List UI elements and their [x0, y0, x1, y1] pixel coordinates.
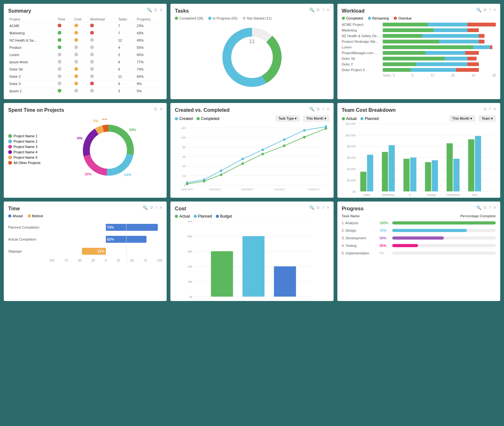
time-question-icon[interactable]: ? — [155, 205, 158, 210]
cost-question-icon[interactable]: ? — [322, 205, 324, 210]
summary-close-icon[interactable]: ✕ — [159, 8, 163, 12]
summary-time — [56, 22, 73, 30]
cc-search-icon[interactable]: 🔍 — [309, 107, 314, 111]
time-chart-area: Planned Completion 73% Actual Completion… — [8, 223, 162, 262]
workload-close-icon[interactable]: ✕ — [493, 8, 496, 12]
cost-close-icon[interactable]: ✕ — [326, 205, 330, 210]
workload-row: NZ Health & Safety De... — [342, 34, 496, 38]
svg-point-32 — [242, 162, 244, 165]
wl-remaining-bar — [445, 57, 467, 60]
summary-tasks: 12 — [117, 37, 135, 44]
cost-search-icon[interactable]: 🔍 — [309, 205, 314, 210]
svg-point-34 — [283, 145, 286, 147]
task-type-filter[interactable]: Task Type ▾ — [276, 116, 300, 122]
summary-tasks: 3 — [117, 88, 135, 95]
spent-legend-item: Project Name 5 — [8, 156, 49, 159]
progress-task-name: 5. Implementation — [342, 251, 380, 255]
progress-bar-inner — [392, 244, 418, 247]
spent-time-content: Project Name 1Project Name 2Project Name… — [8, 116, 162, 185]
workload-proj-name: Dolor 2 — [342, 62, 383, 66]
workload-bar-group — [383, 51, 496, 55]
summary-project: Dolor 3 — [8, 80, 56, 88]
cost-gear-icon[interactable]: ⚙ — [316, 205, 320, 210]
summary-project: ACME — [8, 22, 56, 30]
spent-close-icon[interactable]: ✕ — [159, 107, 163, 111]
time-search-icon[interactable]: 🔍 — [143, 205, 148, 210]
cc-close-icon[interactable]: ✕ — [326, 107, 330, 111]
svg-text:Marketing: Marketing — [382, 193, 394, 196]
tc-gear-icon[interactable]: ⚙ — [483, 107, 487, 111]
workload-title: Workload — [342, 8, 496, 14]
spent-time-widget: Spent Time on Projects ⚙ ✕ Project Name … — [4, 103, 167, 198]
wl-completed-bar — [383, 28, 434, 32]
cc-completed-label: Completed — [201, 116, 219, 121]
spent-gear-icon[interactable]: ⚙ — [154, 107, 158, 111]
svg-text:10/25/2017: 10/25/2017 — [241, 188, 254, 191]
workload-gear-icon[interactable]: ⚙ — [483, 8, 487, 12]
tasks-gear-icon[interactable]: ⚙ — [316, 8, 320, 12]
wl-overdue-bar — [467, 23, 496, 26]
prog-search-icon[interactable]: 🔍 — [476, 205, 481, 210]
created-label: Created — [179, 116, 193, 121]
spent-label: Project Name 4 — [14, 150, 37, 154]
progress-icons: 🔍 ⚙ ? ✕ — [476, 205, 496, 210]
summary-gear-icon[interactable]: ⚙ — [154, 8, 158, 12]
tasks-widget: Tasks 🔍 ⚙ ? ✕ Completed (28)In Progress … — [170, 4, 333, 99]
tc-team-filter[interactable]: Team ▾ — [479, 116, 496, 122]
summary-progress: 77% — [135, 59, 162, 66]
svg-text:11/06/2017: 11/06/2017 — [307, 188, 320, 191]
svg-text:$0: $0 — [352, 190, 356, 193]
workload-search-icon[interactable]: 🔍 — [476, 8, 481, 12]
prog-question-icon[interactable]: ? — [489, 205, 491, 210]
cc-gear-icon[interactable]: ⚙ — [316, 107, 320, 111]
wl-completed-bar — [383, 40, 439, 43]
progress-task-name: 3. Development — [342, 236, 380, 240]
tasks-search-icon[interactable]: 🔍 — [309, 8, 314, 12]
time-title: Time — [8, 206, 162, 212]
workload-icons: 🔍 ⚙ ? ✕ — [476, 8, 496, 12]
summary-project: Lorem — [8, 51, 56, 59]
bar-marketing-planned — [388, 145, 395, 191]
summary-tasks: 11 — [117, 73, 135, 80]
svg-text:0: 0 — [184, 184, 186, 187]
cc-question-icon[interactable]: ? — [322, 107, 324, 111]
tc-close-icon[interactable]: ✕ — [493, 107, 496, 111]
cost-widget: Cost 🔍 ⚙ ? ✕ Actual Planned Budget — [170, 202, 333, 301]
time-gear-icon[interactable]: ⚙ — [150, 205, 153, 210]
summary-workload — [89, 66, 117, 73]
summary-progress: 9% — [135, 80, 162, 88]
col-tasks: Tasks — [117, 16, 135, 22]
cc-legend-created: Created — [175, 116, 193, 121]
workload-axis-tasks-label: Tasks: — [383, 74, 392, 77]
svg-text:28: 28 — [274, 59, 280, 65]
summary-cost — [73, 66, 89, 73]
tc-planned-dot — [360, 117, 364, 120]
prog-close-icon[interactable]: ✕ — [493, 205, 496, 210]
tc-question-icon[interactable]: ? — [489, 107, 491, 111]
wl-remaining-bar — [428, 23, 467, 26]
workload-widget: Workload 🔍 ⚙ ? ✕ CompletedRemainingOverd… — [337, 4, 500, 99]
spent-donut-chart: 28%23%20%20%5%4% — [77, 119, 140, 182]
svg-point-27 — [303, 129, 306, 132]
spent-time-title: Spent Time on Projects — [8, 107, 162, 113]
tasks-question-icon[interactable]: ? — [322, 8, 324, 12]
summary-search-icon[interactable]: 🔍 — [147, 8, 152, 12]
this-month-filter[interactable]: This Month ▾ — [303, 116, 329, 122]
summary-row: Dolor 3 9 9% — [8, 80, 162, 88]
bar-contractors-actual — [446, 143, 453, 191]
bar-design-actual — [425, 162, 431, 191]
summary-progress: 23% — [135, 22, 162, 30]
summary-row: ACME 7 23% — [8, 22, 162, 30]
workload-row: Marketing — [342, 28, 496, 32]
summary-row: Product 4 55% — [8, 44, 162, 51]
tc-month-filter[interactable]: This Month ▾ — [450, 116, 475, 122]
prog-gear-icon[interactable]: ⚙ — [483, 205, 487, 210]
workload-question-icon[interactable]: ? — [489, 8, 491, 12]
progress-row: 2. Design 72% — [342, 229, 496, 232]
svg-text:100: 100 — [181, 136, 186, 139]
svg-text:48k: 48k — [187, 250, 192, 253]
tasks-close-icon[interactable]: ✕ — [326, 8, 330, 12]
team-cost-bar-area: $0 $2,000 $4,000 $6,000 $8,000 $10,000 $… — [342, 123, 496, 192]
summary-cost — [73, 80, 89, 88]
time-close-icon[interactable]: ✕ — [159, 205, 163, 210]
